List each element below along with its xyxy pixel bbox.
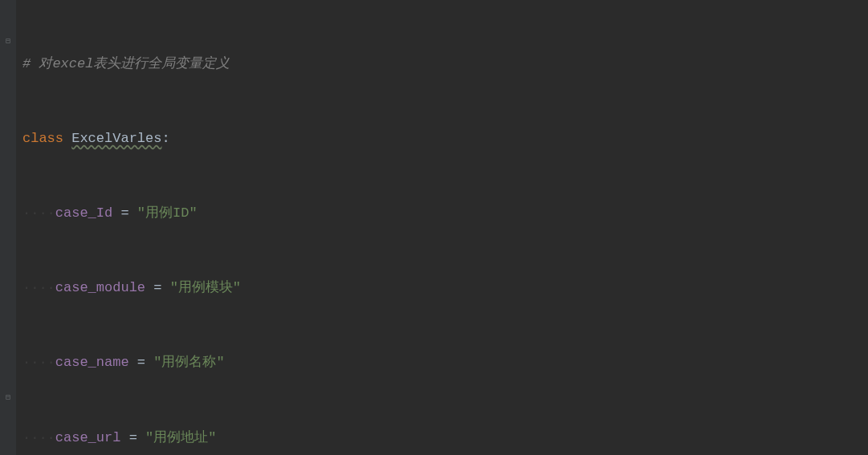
op-eq: = [145, 281, 170, 296]
class-name: ExcelVarles [71, 132, 161, 147]
attr-name: case_url [55, 431, 121, 446]
code-line-assign: case_name = "用例名称" [22, 348, 868, 378]
code-line-assign: case_Id = "用例ID" [22, 199, 868, 229]
attr-name: case_Id [55, 206, 112, 221]
op-eq: = [120, 431, 145, 446]
fold-start-icon[interactable]: ⊟ [3, 37, 13, 47]
fold-end-icon[interactable]: ⊟ [3, 393, 13, 403]
keyword-class: class [22, 132, 63, 147]
string-literal: "用例ID" [137, 206, 198, 221]
string-literal: "用例模块" [170, 281, 241, 296]
editor-gutter: ⊟ ⊟ [0, 0, 16, 455]
attr-name: case_name [55, 355, 129, 371]
code-line-classdef: class ExcelVarles: [22, 124, 868, 154]
code-editor[interactable]: # 对excel表头进行全局变量定义 class ExcelVarles: ca… [16, 0, 868, 455]
code-line-comment: # 对excel表头进行全局变量定义 [22, 50, 868, 79]
code-line-assign: case_module = "用例模块" [22, 274, 868, 303]
code-line-assign: case_url = "用例地址" [22, 423, 868, 453]
string-literal: "用例地址" [145, 431, 216, 446]
attr-name: case_module [55, 281, 145, 296]
op-eq: = [112, 206, 137, 221]
op-eq: = [129, 355, 154, 371]
comment-text: # 对excel表头进行全局变量定义 [22, 57, 230, 72]
colon: : [161, 132, 169, 147]
string-literal: "用例名称" [153, 355, 224, 371]
